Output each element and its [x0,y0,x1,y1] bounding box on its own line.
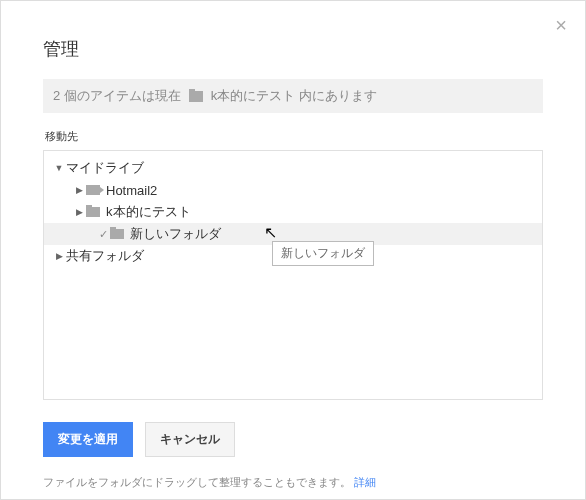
tree-label: マイドライブ [66,159,144,177]
folder-icon [86,207,100,217]
cancel-button[interactable]: キャンセル [145,422,235,457]
tree-label: 共有フォルダ [66,247,144,265]
footer-link[interactable]: 詳細 [354,476,376,488]
status-prefix: 2 個のアイテムは現在 [53,87,181,105]
tree-node-hotmail[interactable]: ▶ Hotmail2 [44,179,542,201]
tooltip: 新しいフォルダ [272,241,374,266]
tree-node-ktest[interactable]: ▶ k本的にテスト [44,201,542,223]
destination-label: 移動先 [45,129,543,144]
close-icon[interactable]: × [555,15,567,35]
check-icon: ✓ [96,228,110,241]
chevron-right-icon[interactable]: ▶ [52,251,66,261]
tree-label: 新しいフォルダ [130,225,221,243]
status-suffix: 内にあります [299,87,377,105]
manage-dialog: 管理 2 個のアイテムは現在 k本的にテスト 内にあります 移動先 ▼ マイドラ… [1,1,585,490]
tree-label: k本的にテスト [106,203,191,221]
dialog-title: 管理 [43,37,543,61]
folder-tree[interactable]: ▼ マイドライブ ▶ Hotmail2 ▶ k本的にテスト ✓ 新しいフォルダ … [43,150,543,400]
apply-button[interactable]: 変更を適用 [43,422,133,457]
chevron-down-icon[interactable]: ▼ [52,163,66,173]
footer-hint: ファイルをフォルダにドラッグして整理することもできます。 詳細 [43,475,543,490]
chevron-right-icon[interactable]: ▶ [72,207,86,217]
tree-label: Hotmail2 [106,183,157,198]
folder-icon [189,91,203,102]
status-bar: 2 個のアイテムは現在 k本的にテスト 内にあります [43,79,543,113]
button-row: 変更を適用 キャンセル [43,422,543,457]
chevron-right-icon[interactable]: ▶ [72,185,86,195]
tree-node-mydrive[interactable]: ▼ マイドライブ [44,157,542,179]
footer-text: ファイルをフォルダにドラッグして整理することもできます。 [43,476,351,488]
video-folder-icon [86,185,100,195]
folder-icon [110,229,124,239]
status-folder: k本的にテスト [211,87,296,105]
